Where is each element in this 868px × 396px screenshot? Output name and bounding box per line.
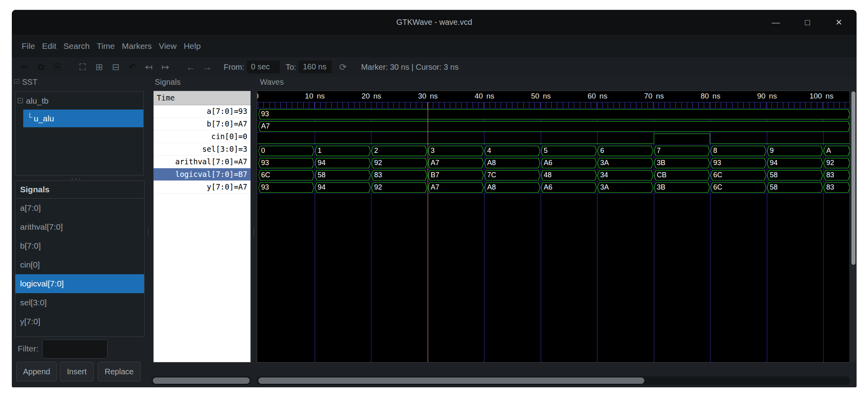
window-title: GTKWave - wave.vcd (12, 10, 857, 35)
bus-value: 6C (713, 183, 722, 191)
marker-cursor-status: Marker: 30 ns | Cursor: 3 ns (361, 63, 459, 72)
tree-node-alu_tb[interactable]: -alu_tb (15, 92, 143, 110)
wave-row-separator (257, 145, 849, 145)
tree-node-u_alu[interactable]: └u_alu (23, 110, 143, 127)
panel-splitter-right[interactable]: ··· (253, 229, 255, 236)
signal-item-sel[3:0][interactable]: sel[3:0] (15, 293, 144, 312)
menu-item-edit[interactable]: Edit (39, 41, 60, 51)
waves-vscrollbar-thumb[interactable] (851, 91, 855, 265)
value-row-sel[3:0][interactable]: sel[3:0]=3 (154, 143, 250, 156)
shift-left-icon[interactable]: ← (185, 62, 196, 73)
reload-icon[interactable]: ⟳ (338, 62, 349, 73)
waves-vscrollbar-track[interactable] (851, 91, 856, 363)
tree-connector-icon: └ (27, 113, 32, 121)
wave-row-cin[0][interactable] (257, 134, 849, 145)
ruler-number: 30 (418, 92, 426, 100)
bus-segment: 5 (541, 146, 597, 156)
signal-item-logicval[7:0][interactable]: logicval[7:0] (15, 274, 144, 293)
copy-icon: ⧉ (35, 62, 46, 73)
signal-item-y[7:0][interactable]: y[7:0] (15, 312, 144, 331)
signal-item-a[7:0][interactable]: a[7:0] (15, 199, 144, 218)
bus-value: 92 (374, 183, 382, 191)
sst-pane-collapse-icon[interactable]: - (14, 79, 19, 84)
signal-item-b[7:0][interactable]: b[7:0] (15, 236, 144, 255)
bus-segment: 34 (597, 170, 653, 180)
value-row-cin[0][interactable]: cin[0]=0 (154, 130, 250, 143)
value-row-y[7:0][interactable]: y[7:0]=A7 (154, 181, 250, 193)
close-icon[interactable]: ✕ (833, 18, 845, 27)
bus-segment: 1 (315, 146, 371, 156)
signal-item-cin[0][interactable]: cin[0] (15, 255, 144, 274)
value-row-arithval[7:0][interactable]: arithval[7:0]=A7 (154, 156, 250, 168)
button-append[interactable]: Append (16, 362, 57, 381)
wave-row-sel[3:0][interactable]: 0123456789A (257, 146, 849, 157)
bus-value: A8 (487, 159, 496, 167)
wave-row-separator (257, 120, 849, 121)
scalar-low-line (258, 143, 654, 144)
wave-row-separator (257, 157, 849, 157)
ruler-number: 80 (701, 92, 709, 100)
bus-segment: 92 (371, 158, 427, 168)
ruler-number: 70 (644, 92, 652, 100)
waves-pane-title: Waves (260, 78, 284, 87)
ruler-unit: ns (656, 92, 664, 100)
zoom-to-start-icon[interactable]: ↤ (143, 62, 154, 73)
primary-marker-line[interactable] (428, 102, 428, 362)
values-hscrollbar-track[interactable] (152, 376, 251, 385)
from-input[interactable]: 0 sec (247, 60, 280, 74)
to-label: To: (286, 63, 296, 72)
button-insert[interactable]: Insert (60, 362, 94, 381)
bus-value: 3A (600, 159, 609, 167)
ruler-unit: ns (430, 92, 438, 100)
to-input[interactable]: 160 ns (299, 60, 332, 74)
menu-item-help[interactable]: Help (180, 41, 204, 51)
value-row-logicval[7:0][interactable]: logicval[7:0]=B7 (154, 168, 250, 181)
wave-row-a[7:0][interactable]: 93 (257, 109, 849, 120)
wave-row-logicval[7:0][interactable]: 6C5883B77C4834CB6C5883 (257, 170, 849, 181)
wave-canvas[interactable]: 010ns20ns30ns40ns50ns60ns70ns80ns90ns100… (257, 91, 850, 363)
bus-segment: 92 (823, 158, 850, 168)
wave-row-y[7:0][interactable]: 939492A7A8A63A3B6C5883 (257, 182, 849, 193)
ruler-unit: ns (373, 92, 381, 100)
waves-hscrollbar-track[interactable] (257, 376, 850, 385)
zoom-to-end-icon[interactable]: ↦ (160, 62, 171, 73)
menu-item-file[interactable]: File (18, 41, 39, 51)
signal-item-arithval[7:0][interactable]: arithval[7:0] (15, 218, 144, 236)
bus-value: 48 (544, 171, 552, 179)
bus-value: 6C (261, 171, 270, 179)
wave-row-b[7:0][interactable]: A7 (257, 121, 849, 132)
menu-item-search[interactable]: Search (60, 41, 93, 51)
values-hscrollbar-thumb[interactable] (153, 377, 250, 384)
maximize-icon[interactable]: □ (801, 18, 813, 27)
bus-value: 34 (600, 171, 608, 179)
ruler-unit: ns (769, 92, 777, 100)
value-row-a[7:0][interactable]: a[7:0]=93 (154, 105, 250, 118)
zoom-in-icon[interactable]: ⊞ (94, 62, 105, 73)
bus-segment: 93 (258, 109, 850, 119)
bus-value: B7 (431, 171, 440, 179)
minimize-icon[interactable]: — (770, 18, 782, 27)
menu-item-view[interactable]: View (155, 41, 180, 51)
signal-search-frame: Signals a[7:0]arithval[7:0]b[7:0]cin[0]l… (15, 180, 145, 337)
waves-hscrollbar-thumb[interactable] (258, 377, 644, 384)
zoom-out-icon[interactable]: ⊟ (110, 62, 121, 73)
wave-row-arithval[7:0][interactable]: 939492A7A8A63A3B939492 (257, 158, 849, 169)
zoom-fit-icon[interactable]: ⛶ (77, 62, 88, 73)
bus-value: A6 (544, 159, 553, 167)
ruler-number: 50 (531, 92, 539, 100)
bus-segment: 4 (484, 146, 540, 156)
values-pane-title: Signals (155, 78, 181, 87)
menu-item-markers[interactable]: Markers (118, 41, 155, 51)
time-column-header[interactable]: Time (154, 91, 250, 105)
value-row-b[7:0][interactable]: b[7:0]=A7 (154, 118, 250, 130)
tree-expander-icon[interactable]: - (18, 98, 23, 103)
wave-row-separator (257, 193, 849, 194)
panel-splitter-left[interactable]: ··· (147, 229, 149, 236)
shift-right-icon[interactable]: → (202, 62, 213, 73)
filter-input[interactable] (42, 340, 108, 359)
bus-segment: A7 (428, 158, 484, 168)
button-replace[interactable]: Replace (98, 362, 141, 381)
menu-item-time[interactable]: Time (93, 41, 119, 51)
bus-segment: 94 (315, 158, 371, 168)
bus-value: 83 (826, 171, 834, 179)
